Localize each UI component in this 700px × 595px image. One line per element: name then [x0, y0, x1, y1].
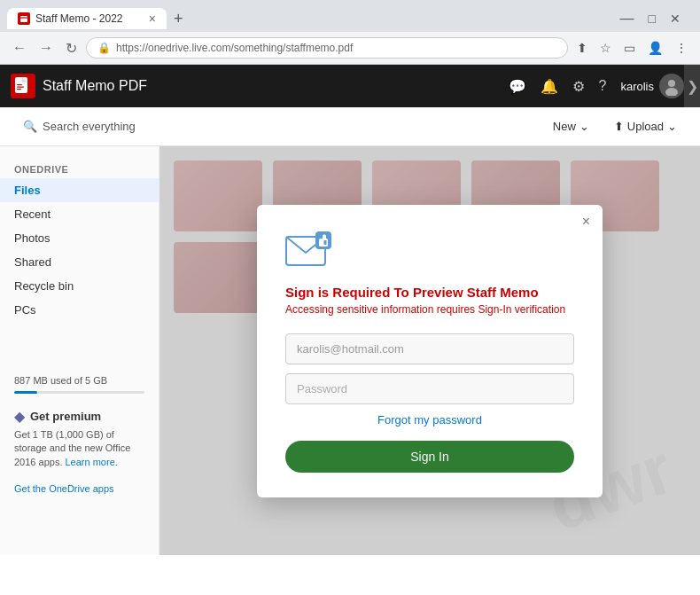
address-bar[interactable]: 🔒 https://onedrive.live.com/something/st… — [86, 37, 568, 59]
menu-icon[interactable]: ⋮ — [672, 39, 691, 57]
svg-rect-4 — [17, 89, 21, 90]
close-button[interactable]: ✕ — [665, 10, 686, 27]
sidebar-item-pcs[interactable]: PCs — [0, 298, 159, 322]
premium-title: Get premium — [30, 410, 101, 423]
tab-title: Staff Memo - 2022 — [35, 12, 123, 25]
app-title: Staff Memo PDF — [43, 78, 147, 94]
profile-icon[interactable]: 👤 — [644, 39, 666, 57]
dialog-subtitle: Accessing sensitive information requires… — [285, 303, 574, 316]
envelope-icon — [285, 230, 333, 269]
search-placeholder: Search everything — [43, 120, 136, 133]
dialog-close-button[interactable]: × — [582, 214, 590, 230]
recycle-label: Recycle bin — [14, 279, 74, 293]
toolbar: 🔍 Search everything New ⌄ ⬆ Upload ⌄ — [0, 107, 700, 146]
shared-label: Shared — [14, 255, 51, 269]
files-label: Files — [14, 184, 41, 197]
recent-label: Recent — [14, 207, 51, 221]
new-chevron: ⌄ — [579, 120, 589, 133]
svg-point-6 — [665, 88, 678, 96]
upload-button[interactable]: ⬆ Upload ⌄ — [605, 114, 686, 138]
new-label: New — [553, 120, 576, 133]
user-name: karolis — [620, 80, 654, 93]
back-button[interactable]: ← — [9, 38, 30, 58]
window-controls: — □ ✕ — [615, 9, 693, 28]
get-apps-link[interactable]: Get the OneDrive apps — [0, 478, 159, 499]
restore-button[interactable]: □ — [643, 10, 661, 27]
bookmark-icon[interactable]: ☆ — [596, 39, 615, 57]
browser-nav: ← → ↻ 🔒 https://onedrive.live.com/someth… — [0, 32, 700, 64]
sidebar-item-recent[interactable]: Recent — [0, 202, 159, 226]
user-profile[interactable]: karolis — [606, 74, 684, 98]
new-button[interactable]: New ⌄ — [544, 114, 598, 138]
svg-rect-2 — [17, 84, 22, 85]
modal-overlay: × Sign is Required To Pr — [159, 146, 700, 555]
comment-icon[interactable]: 💬 — [509, 78, 526, 95]
user-avatar — [659, 74, 684, 98]
sidebar-item-files[interactable]: Files — [0, 178, 159, 202]
dialog-title: Sign is Required To Preview Staff Memo — [285, 285, 574, 300]
settings-icon[interactable]: ⚙ — [572, 78, 585, 95]
premium-box: ◆ Get premium Get 1 TB (1,000 GB) of sto… — [0, 399, 159, 478]
search-icon: 🔍 — [23, 120, 37, 133]
learn-more-link[interactable]: Learn more. — [66, 457, 118, 467]
address-text: https://onedrive.live.com/something/staf… — [116, 42, 353, 54]
tab-close-btn[interactable]: × — [149, 12, 156, 26]
storage-bar-fill — [14, 391, 37, 394]
pdf-icon — [11, 74, 35, 98]
sidebar-item-photos[interactable]: Photos — [0, 226, 159, 250]
upload-chevron: ⌄ — [667, 120, 677, 133]
password-input[interactable] — [285, 373, 574, 404]
svg-point-5 — [668, 80, 675, 87]
onedrive-app: Staff Memo PDF 💬 🔔 ⚙ ? karolis ❯ 🔍 Searc… — [0, 65, 700, 555]
upload-icon: ⬆ — [614, 120, 624, 133]
minimize-button[interactable]: — — [615, 9, 640, 28]
main-area: OneDrive Files Recent Photos Shared Recy… — [0, 146, 700, 555]
lock-icon: 🔒 — [97, 42, 111, 54]
forgot-password-link[interactable]: Forgot my password — [285, 413, 574, 427]
upload-label: Upload — [627, 120, 664, 133]
share-icon[interactable]: ⬆ — [573, 39, 591, 57]
email-input[interactable] — [285, 333, 574, 364]
reading-view-icon[interactable]: ▭ — [620, 39, 639, 57]
svg-rect-0 — [20, 16, 27, 22]
content-area: dwr × — [159, 146, 700, 555]
premium-desc: Get 1 TB (1,000 GB) of storage and the n… — [14, 428, 144, 469]
browser-tab-active[interactable]: Staff Memo - 2022 × — [7, 8, 167, 29]
app-header-icons: 💬 🔔 ⚙ ? — [509, 78, 607, 95]
app-header: Staff Memo PDF 💬 🔔 ⚙ ? karolis ❯ — [0, 65, 700, 107]
pcs-label: PCs — [14, 303, 36, 317]
sidebar-item-shared[interactable]: Shared — [0, 250, 159, 274]
app-logo: Staff Memo PDF — [11, 74, 509, 98]
sign-in-button[interactable]: Sign In — [285, 441, 574, 473]
sidebar-item-recycle[interactable]: Recycle bin — [0, 274, 159, 298]
svg-rect-10 — [324, 240, 327, 245]
refresh-button[interactable]: ↻ — [62, 38, 81, 59]
tab-favicon — [18, 12, 30, 25]
sidebar-section-label: OneDrive — [0, 160, 159, 178]
storage-used: 887 MB used of 5 GB — [14, 375, 144, 386]
svg-rect-3 — [17, 87, 24, 88]
browser-chrome: Staff Memo - 2022 × + — □ ✕ ← → ↻ 🔒 http… — [0, 0, 700, 65]
envelope-icon-container — [285, 230, 574, 272]
search-box[interactable]: 🔍 Search everything — [14, 114, 144, 138]
diamond-icon: ◆ — [14, 408, 25, 425]
new-tab-button[interactable]: + — [167, 6, 191, 32]
bell-icon[interactable]: 🔔 — [541, 78, 558, 95]
storage-bar — [14, 391, 144, 394]
help-icon[interactable]: ? — [599, 78, 607, 94]
header-chevron[interactable]: ❯ — [684, 65, 700, 107]
sidebar: OneDrive Files Recent Photos Shared Recy… — [0, 146, 159, 555]
photos-label: Photos — [14, 231, 50, 245]
forward-button[interactable]: → — [35, 38, 57, 58]
sign-in-dialog: × Sign is Required To Pr — [257, 205, 603, 497]
nav-actions: ⬆ ☆ ▭ 👤 ⋮ — [573, 39, 691, 57]
